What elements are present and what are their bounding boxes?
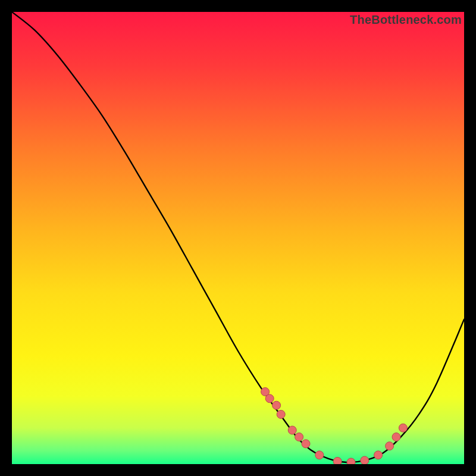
data-marker xyxy=(295,433,303,441)
data-marker xyxy=(361,456,369,464)
chart-background xyxy=(12,12,464,464)
data-marker xyxy=(315,451,324,459)
data-marker xyxy=(277,410,285,418)
data-marker xyxy=(347,458,355,464)
data-marker xyxy=(374,451,383,459)
data-marker xyxy=(273,401,281,409)
data-marker xyxy=(386,442,394,450)
data-marker xyxy=(288,426,296,434)
data-marker xyxy=(302,440,310,448)
data-marker xyxy=(399,424,407,432)
chart-frame: TheBottleneck.com xyxy=(12,12,464,464)
watermark-text: TheBottleneck.com xyxy=(350,13,462,27)
data-marker xyxy=(392,433,400,441)
data-marker xyxy=(333,457,342,464)
data-marker xyxy=(265,394,274,403)
bottleneck-chart xyxy=(12,12,464,464)
